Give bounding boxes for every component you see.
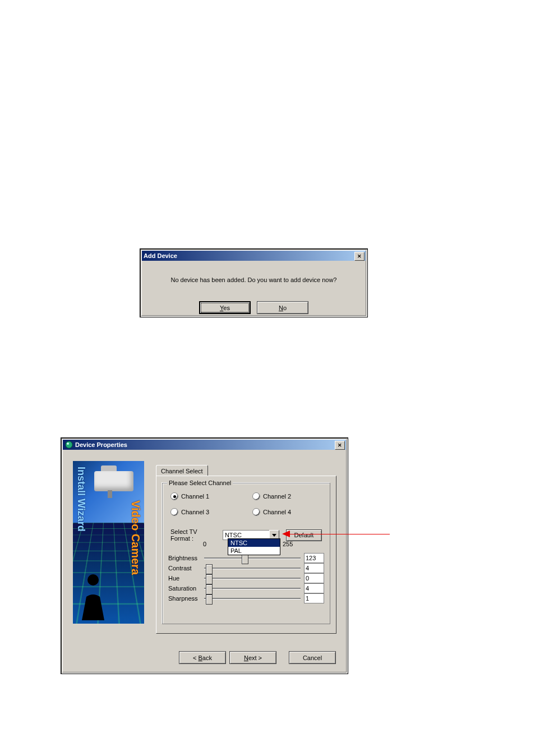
annotation-line (290, 534, 390, 534)
contrast-value: 4 (304, 563, 324, 573)
default-button[interactable]: Default (286, 529, 322, 541)
option-ntsc[interactable]: NTSC (228, 539, 280, 547)
contrast-slider[interactable] (204, 563, 301, 573)
device-properties-dialog: Device Properties ✕ Install Wizard Video… (61, 437, 348, 674)
group-label: Please Select Channel (167, 480, 233, 486)
sidebar-text-video-camera: Video Camera (129, 500, 142, 575)
tv-format-dropdown-list[interactable]: NTSC PAL (228, 538, 280, 555)
slider-saturation: Saturation 4 (168, 583, 324, 593)
app-icon (64, 440, 73, 449)
slider-hue: Hue 0 (168, 573, 324, 583)
add-device-dialog: Add Device ✕ No device has been added. D… (140, 248, 368, 317)
close-icon: ✕ (357, 253, 362, 259)
next-button[interactable]: Next > (229, 651, 276, 664)
add-device-title: Add Device (144, 252, 177, 259)
range-max-label: 255 (283, 541, 293, 547)
slider-sharpness: Sharpness 1 (168, 593, 324, 603)
add-device-titlebar: Add Device ✕ (142, 251, 366, 261)
brightness-value: 123 (304, 553, 324, 563)
saturation-slider[interactable] (204, 583, 301, 593)
radio-channel-4[interactable]: Channel 4 (252, 508, 291, 516)
radio-channel-2[interactable]: Channel 2 (252, 492, 291, 500)
back-button[interactable]: < Back (179, 651, 226, 664)
saturation-value: 4 (304, 583, 324, 593)
close-button[interactable]: ✕ (354, 252, 365, 261)
camera-icon (89, 465, 139, 499)
no-button[interactable]: No (257, 301, 308, 314)
slider-contrast: Contrast 4 (168, 563, 324, 573)
close-icon: ✕ (338, 442, 342, 448)
channel-groupbox: Please Select Channel Channel 1 Channel … (162, 483, 330, 624)
annotation-arrow-icon (282, 531, 290, 537)
add-device-message: No device has been added. Do you want to… (142, 276, 366, 283)
device-properties-title: Device Properties (75, 441, 127, 448)
person-silhouette-icon (76, 570, 110, 620)
option-pal[interactable]: PAL (228, 547, 280, 555)
svg-point-1 (67, 442, 69, 445)
svg-point-0 (66, 441, 72, 448)
cancel-button[interactable]: Cancel (289, 651, 336, 664)
hue-slider[interactable] (204, 573, 301, 583)
radio-channel-1[interactable]: Channel 1 (170, 492, 209, 500)
radio-channel-3[interactable]: Channel 3 (170, 508, 209, 516)
tv-format-label: Select TV Format : (170, 528, 218, 542)
sidebar-text-install-wizard: Install Wizard (75, 467, 87, 532)
tab-channel-select[interactable]: Channel Select (156, 465, 208, 477)
range-min-label: 0 (203, 541, 206, 547)
device-properties-titlebar: Device Properties ✕ (63, 440, 346, 450)
wizard-sidebar-image: Install Wizard Video Camera (73, 461, 144, 624)
sharpness-value: 1 (304, 593, 324, 603)
tab-strip: Channel Select (156, 464, 208, 476)
tab-panel: Please Select Channel Channel 1 Channel … (156, 476, 336, 634)
hue-value: 0 (304, 573, 324, 583)
chevron-down-icon (272, 533, 276, 537)
yes-button[interactable]: Yes (199, 301, 251, 314)
close-button[interactable]: ✕ (335, 441, 345, 450)
sharpness-slider[interactable] (204, 593, 301, 603)
